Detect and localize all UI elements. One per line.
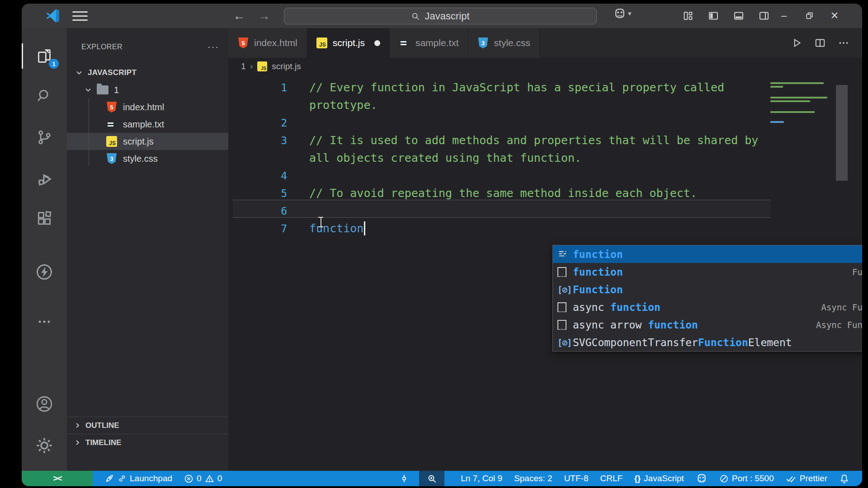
breadcrumb[interactable]: 1 › JS script.js [228,58,862,75]
tab-index-html[interactable]: 5 index.html [228,28,307,58]
line-number: 1 [228,82,287,94]
copilot-status-icon[interactable] [696,473,708,484]
toggle-primary-sidebar-icon[interactable] [703,7,723,25]
text-file-icon [106,118,118,130]
explorer-actions-icon[interactable]: ··· [208,42,219,52]
minimap[interactable] [769,58,830,175]
file-row-script-js[interactable]: JS script.js [67,133,228,150]
line-number: 7 [228,223,287,235]
indentation-indicator[interactable]: Spaces: 2 [514,474,552,483]
chevron-down-icon [83,86,93,94]
line-number: 4 [228,170,287,182]
tab-style-css[interactable]: 3 style.css [468,28,540,58]
zoom-in-icon [427,474,437,484]
mouse-ibeam-cursor [318,217,324,228]
commit-indicator-icon[interactable] [399,474,409,483]
run-file-icon[interactable] [791,37,802,49]
indent-guide [89,99,89,166]
text-cursor [364,221,365,235]
warning-icon [205,474,214,483]
split-editor-icon[interactable] [814,37,826,49]
html-file-icon: 5 [237,37,249,49]
nav-back-button[interactable]: ← [231,8,247,23]
command-center-search[interactable]: Javascript [284,8,597,24]
suggest-item[interactable]: async function Async Function Statement [553,298,862,316]
suggest-item[interactable]: function Function Statement [553,263,862,281]
folder-icon [97,85,108,94]
copilot-menu[interactable]: ▾ [613,7,632,20]
language-indicator[interactable]: {} JavaScript [634,474,684,483]
tab-bar: 5 index.html JS script.js sample.txt 3 s… [228,28,862,58]
code-line-wrap: all objects created using that function. [287,151,581,164]
nav-forward-button[interactable]: → [256,8,272,23]
line-number: 2 [228,117,287,129]
double-check-icon [786,473,797,484]
file-row-index-html[interactable]: 5 index.html [67,99,228,116]
settings-gear-icon[interactable] [22,429,67,462]
timeline-section[interactable]: TIMELINE [67,434,228,451]
tab-sample-txt[interactable]: sample.txt [390,28,468,58]
js-file-icon: JS [316,37,328,49]
suggest-item[interactable]: function [553,245,862,263]
braces-icon: {} [634,474,641,483]
zoom-indicator[interactable] [419,471,444,486]
notifications-bell-icon[interactable] [839,474,849,484]
toggle-panel-icon[interactable] [729,7,749,25]
activity-bar: 1 [22,28,67,471]
file-row-style-css[interactable]: 3 style.css [67,150,228,167]
suggest-item[interactable]: [⊘] Function [553,281,862,298]
class-icon: [⊘] [557,338,573,347]
workspace-root[interactable]: JAVASCRIPT [67,64,228,81]
customize-layout-icon[interactable] [678,7,698,25]
outline-section[interactable]: OUTLINE [67,417,228,434]
problems-button[interactable]: 0 0 [184,474,222,483]
code-line: // It is used to add methods and propert… [287,134,758,147]
eol-indicator[interactable]: CRLF [600,474,623,483]
chevron-down-icon [74,69,84,76]
search-view-icon[interactable] [22,80,67,112]
code-line: function [287,222,363,235]
modified-dot-icon[interactable] [374,40,380,46]
suggest-item[interactable]: [⊘] SVGComponentTransferFunctionElement [553,333,862,351]
editor-more-actions-icon[interactable] [838,37,849,49]
search-icon [411,12,420,21]
suggest-item[interactable]: async arrow function Async Function Expr… [553,316,862,333]
code-line: // To avoid repeating the same method in… [287,187,697,200]
suggest-detail: Function Statement [852,267,862,277]
vscode-logo-icon [45,9,61,23]
explorer-icon[interactable]: 1 [22,40,67,72]
minimize-button[interactable]: – [771,4,797,28]
breadcrumb-file[interactable]: script.js [272,61,301,71]
launchpad-button[interactable]: Launchpad [104,474,172,483]
code-area[interactable]: 1// Every function in JavaScript has a s… [228,79,862,237]
line-number: 3 [228,135,287,146]
line-col-indicator[interactable]: Ln 7, Col 9 [461,474,502,483]
run-debug-icon[interactable] [22,163,67,195]
tab-script-js[interactable]: JS script.js [307,28,390,58]
prettier-indicator[interactable]: Prettier [786,473,827,484]
more-views-icon[interactable] [22,305,67,338]
thunder-client-icon[interactable] [22,256,67,288]
keyword-icon [557,267,573,277]
menu-hamburger-icon[interactable] [72,10,88,22]
folder-row[interactable]: 1 [67,81,228,99]
encoding-indicator[interactable]: UTF-8 [564,474,589,483]
close-button[interactable]: ✕ [822,4,847,28]
extensions-icon[interactable] [22,202,67,235]
js-file-icon: JS [106,136,118,147]
file-row-sample-txt[interactable]: sample.txt [67,116,228,133]
code-line-wrap: prototype. [287,99,377,112]
suggest-widget: function function Function Statement [⊘]… [552,245,862,352]
breadcrumb-folder[interactable]: 1 [241,61,246,71]
vscode-window: ← → Javascript ▾ [22,4,862,486]
port-indicator[interactable]: Port : 5500 [719,474,774,483]
account-icon[interactable] [22,388,67,420]
remote-indicator[interactable]: >< [22,471,93,486]
html-file-icon: 5 [106,101,118,113]
source-control-icon[interactable] [22,121,67,154]
chevron-down-icon: ▾ [628,9,632,18]
explorer-sidebar: EXPLORER ··· JAVASCRIPT 1 5 index.html [67,28,228,471]
video-frame: ← → Javascript ▾ [0,0,868,488]
restore-button[interactable] [797,4,822,28]
editor-scrollbar[interactable] [836,85,848,181]
